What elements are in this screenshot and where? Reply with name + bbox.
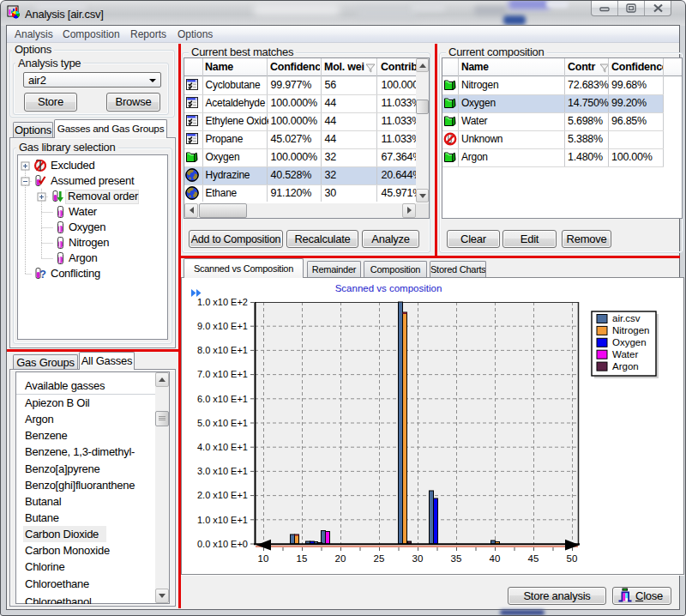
svg-text:10: 10 [258,553,269,564]
svg-text:Nitrogen: Nitrogen [612,325,649,335]
svg-text:4.0 x10 E+1: 4.0 x10 E+1 [197,442,248,452]
svg-text:40: 40 [490,553,501,564]
svg-text:1.0 x10 E+1: 1.0 x10 E+1 [197,515,248,525]
svg-text:35: 35 [451,553,462,564]
svg-text:5.0 x10 E+1: 5.0 x10 E+1 [197,418,248,428]
svg-text:2.0 x10 E+1: 2.0 x10 E+1 [197,490,248,500]
svg-text:8.0 x10 E+1: 8.0 x10 E+1 [197,345,248,355]
svg-text:15: 15 [297,553,308,564]
svg-text:20: 20 [335,553,346,564]
svg-text:air.csv: air.csv [612,313,641,323]
svg-text:45: 45 [528,553,539,564]
svg-text:6.0 x10 E+1: 6.0 x10 E+1 [197,394,248,404]
svg-text:9.0 x10 E+1: 9.0 x10 E+1 [197,321,248,331]
svg-text:30: 30 [412,553,424,564]
svg-text:50: 50 [567,553,578,564]
svg-text:Oxygen: Oxygen [612,337,647,347]
svg-text:Water: Water [612,349,638,359]
svg-text:25: 25 [374,553,385,564]
svg-text:3.0 x10 E+1: 3.0 x10 E+1 [197,466,248,476]
svg-text:Scanned vs composition: Scanned vs composition [335,283,442,293]
svg-text:Argon: Argon [612,361,639,371]
svg-text:1.0 x10 E+2: 1.0 x10 E+2 [197,297,248,307]
svg-text:7.0 x10 E+1: 7.0 x10 E+1 [197,369,248,379]
svg-text:?: ? [39,268,46,281]
svg-text:0.0 x10 E+0: 0.0 x10 E+0 [197,539,248,549]
